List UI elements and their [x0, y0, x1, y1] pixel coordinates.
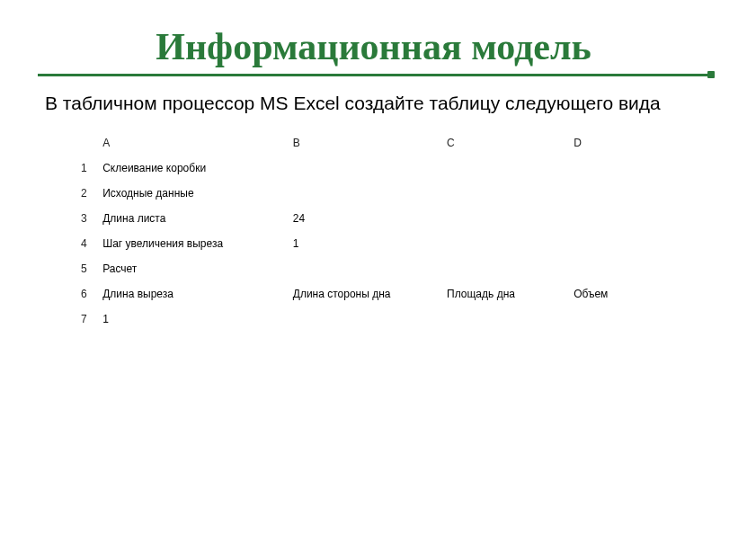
rule-endpoint-square: [707, 71, 715, 78]
col-header-b: B: [289, 130, 443, 156]
cell-a1: Склеивание коробки: [99, 156, 289, 181]
cell-a7: 1: [99, 307, 289, 332]
cell-c6: Площадь дна: [443, 281, 570, 307]
table-row: 1 Склеивание коробки: [77, 156, 670, 181]
row-num: 6: [77, 281, 99, 307]
table-row: 3 Длина листа 24: [77, 206, 670, 231]
cell-b3: 24: [289, 206, 443, 231]
col-header-d: D: [570, 130, 670, 156]
row-num: 3: [77, 206, 99, 231]
table-row: 2 Исходные данные: [77, 181, 670, 206]
cell-a6: Длина выреза: [99, 281, 289, 307]
slide-title: Информационная модель: [0, 0, 747, 74]
row-num: 2: [77, 181, 99, 206]
cell-a3: Длина листа: [99, 206, 289, 231]
cell-d6: Объем: [570, 281, 670, 307]
slide-subtitle: В табличном процессор MS Excel создайте …: [0, 93, 747, 130]
row-num: 1: [77, 156, 99, 181]
row-num: 5: [77, 256, 99, 281]
cell-b6: Длина стороны дна: [289, 281, 443, 307]
cell-a5: Расчет: [99, 256, 289, 281]
row-num: 7: [77, 307, 99, 332]
horizontal-rule: [38, 74, 709, 76]
cell-a2: Исходные данные: [99, 181, 289, 206]
col-header-a: A: [99, 130, 289, 156]
col-header-c: C: [443, 130, 570, 156]
table-row: 4 Шаг увеличения выреза 1: [77, 231, 670, 256]
cell-b4: 1: [289, 231, 443, 256]
table-row: 7 1: [77, 307, 670, 332]
spreadsheet-table: A B C D 1 Склеивание коробки 2 Исходные …: [77, 130, 670, 332]
row-num: 4: [77, 231, 99, 256]
table-row: 5 Расчет: [77, 256, 670, 281]
column-header-row: A B C D: [77, 130, 670, 156]
cell-a4: Шаг увеличения выреза: [99, 231, 289, 256]
table-row: 6 Длина выреза Длина стороны дна Площадь…: [77, 281, 670, 307]
